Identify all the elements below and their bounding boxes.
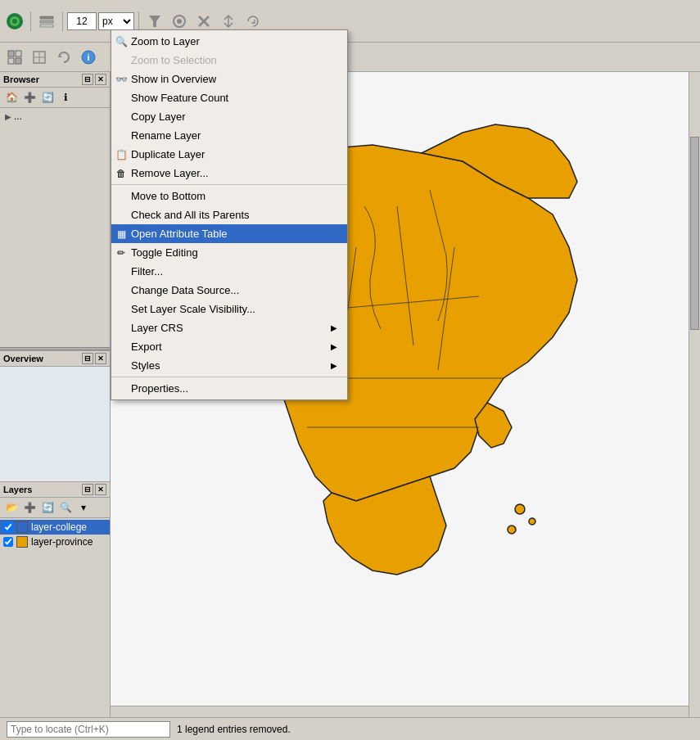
layers-add-icon[interactable]: ➕ <box>21 499 38 516</box>
top-toolbar: 12 px <box>0 0 700 43</box>
menu-item-filter[interactable]: Filter... <box>111 262 347 281</box>
menu-item-duplicate-layer[interactable]: 📋Duplicate Layer <box>111 145 347 164</box>
duplicate-layer-icon: 📋 <box>115 148 128 161</box>
menu-item-export[interactable]: Export▶ <box>111 337 347 356</box>
menu-item-rename-layer[interactable]: Rename Layer <box>111 126 347 145</box>
map-scrollbar-h[interactable] <box>111 706 689 717</box>
svg-text:i: i <box>87 52 89 62</box>
browser-info-icon[interactable]: ℹ <box>57 89 74 106</box>
menu-item-change-data-source[interactable]: Change Data Source... <box>111 281 347 300</box>
browser-controls: ⊟ ✕ <box>82 74 106 85</box>
second-toolbar: i <box>0 43 700 72</box>
menu-item-properties[interactable]: Properties... <box>111 379 347 398</box>
tree-item-label: ... <box>14 111 22 122</box>
menu-item-copy-layer[interactable]: Copy Layer <box>111 107 347 126</box>
browser-tree: ▶ ... <box>0 108 110 347</box>
overview-close-btn[interactable]: ✕ <box>95 353 106 364</box>
font-size-input[interactable]: 12 <box>67 12 97 30</box>
menu-item-show-in-overview[interactable]: 👓Show in Overview <box>111 70 347 88</box>
scroll-thumb-v[interactable] <box>690 137 699 330</box>
info-icon[interactable]: i <box>77 46 100 69</box>
menu-separator <box>111 377 347 377</box>
remove-layer-icon: 🗑 <box>115 167 128 180</box>
layers-refresh-icon[interactable]: 🔄 <box>39 499 56 516</box>
toggle-editing-label: Toggle Editing <box>131 246 198 259</box>
filter-label: Filter... <box>131 265 163 278</box>
remove-layer-label: Remove Layer... <box>131 167 209 179</box>
zoom-to-layer-label: Zoom to Layer <box>131 35 200 47</box>
menu-separator <box>111 184 347 185</box>
properties-label: Properties... <box>131 382 188 395</box>
qgis-logo[interactable] <box>3 10 26 33</box>
svg-point-8 <box>177 19 182 24</box>
browser-add-icon[interactable]: ➕ <box>21 89 38 106</box>
svg-rect-3 <box>40 16 53 19</box>
layers-controls: ⊟ ✕ <box>82 484 106 495</box>
map-scrollbar-v[interactable] <box>689 72 700 717</box>
styles-submenu-arrow: ▶ <box>331 361 337 370</box>
menu-item-move-to-bottom[interactable]: Move to Bottom <box>111 187 347 205</box>
font-unit-select[interactable]: px <box>98 12 134 30</box>
svg-rect-12 <box>8 51 14 56</box>
show-in-overview-icon: 👓 <box>115 73 128 86</box>
overview-map <box>0 367 110 479</box>
layers-close-btn[interactable]: ✕ <box>95 484 106 495</box>
locate-input[interactable] <box>7 721 170 738</box>
overview-panel: Overview ⊟ ✕ <box>0 350 110 481</box>
tree-arrow: ▶ <box>5 112 11 121</box>
svg-marker-6 <box>149 16 160 27</box>
layer-visibility-checkbox[interactable] <box>3 522 13 532</box>
browser-header: Browser ⊟ ✕ <box>0 72 110 88</box>
overview-collapse-btn[interactable]: ⊟ <box>82 353 93 364</box>
menu-item-set-layer-scale[interactable]: Set Layer Scale Visibility... <box>111 300 347 318</box>
move-to-bottom-label: Move to Bottom <box>131 190 205 202</box>
toolbar-sep-1 <box>30 11 31 31</box>
status-message: 1 legend entries removed. <box>177 724 693 735</box>
show-in-overview-label: Show in Overview <box>131 73 216 85</box>
check-all-parents-label: Check and All its Parents <box>131 209 250 221</box>
layer-icon[interactable] <box>35 10 58 33</box>
menu-item-toggle-editing[interactable]: ✏Toggle Editing <box>111 243 347 262</box>
layer-visibility-checkbox[interactable] <box>3 537 13 547</box>
tree-item[interactable]: ▶ ... <box>2 110 108 123</box>
menu-item-styles[interactable]: Styles▶ <box>111 356 347 375</box>
zoom-to-layer-icon: 🔍 <box>115 35 128 48</box>
layers-filter-icon[interactable]: 🔍 <box>57 499 74 516</box>
layer-item[interactable]: layer-college <box>0 520 110 535</box>
browser-home-icon[interactable]: 🏠 <box>3 89 20 106</box>
svg-rect-5 <box>40 25 53 27</box>
set-layer-scale-label: Set Layer Scale Visibility... <box>131 303 255 315</box>
layers-header: Layers ⊟ ✕ <box>0 482 110 498</box>
svg-rect-4 <box>40 20 53 23</box>
open-attribute-table-icon: ▦ <box>115 228 128 241</box>
menu-item-show-feature-count[interactable]: Show Feature Count <box>111 88 347 107</box>
context-menu: 🔍Zoom to LayerZoom to Selection👓Show in … <box>111 29 348 400</box>
layer-crs-submenu-arrow: ▶ <box>331 323 337 332</box>
layers-open-icon[interactable]: 📂 <box>3 499 20 516</box>
browser-title: Browser <box>3 74 39 84</box>
styles-label: Styles <box>131 359 160 372</box>
pan-icon[interactable] <box>3 46 26 69</box>
layer-item[interactable]: layer-province <box>0 535 110 549</box>
svg-point-24 <box>508 526 516 534</box>
svg-rect-14 <box>8 58 14 64</box>
main-area: Browser ⊟ ✕ 🏠 ➕ 🔄 ℹ ▶ ... Overview ⊟ <box>0 72 700 717</box>
menu-item-open-attribute-table[interactable]: ▦Open Attribute Table <box>111 224 347 243</box>
menu-item-zoom-to-layer[interactable]: 🔍Zoom to Layer <box>111 32 347 51</box>
svg-point-22 <box>515 504 525 514</box>
pan2-icon[interactable] <box>28 46 51 69</box>
overview-header: Overview ⊟ ✕ <box>0 351 110 367</box>
refresh-icon[interactable] <box>52 46 75 69</box>
layer-name-label: layer-province <box>31 536 93 548</box>
layer-color-indicator <box>16 536 28 548</box>
status-bar: 1 legend entries removed. <box>0 717 700 740</box>
layers-more-icon[interactable]: ▾ <box>75 499 92 516</box>
browser-refresh-icon[interactable]: 🔄 <box>39 89 56 106</box>
menu-item-check-all-parents[interactable]: Check and All its Parents <box>111 205 347 224</box>
browser-close-btn[interactable]: ✕ <box>95 74 106 85</box>
layers-collapse-btn[interactable]: ⊟ <box>82 484 93 495</box>
rename-layer-label: Rename Layer <box>131 129 201 142</box>
menu-item-layer-crs[interactable]: Layer CRS▶ <box>111 318 347 337</box>
menu-item-remove-layer[interactable]: 🗑Remove Layer... <box>111 164 347 183</box>
browser-collapse-btn[interactable]: ⊟ <box>82 74 93 85</box>
